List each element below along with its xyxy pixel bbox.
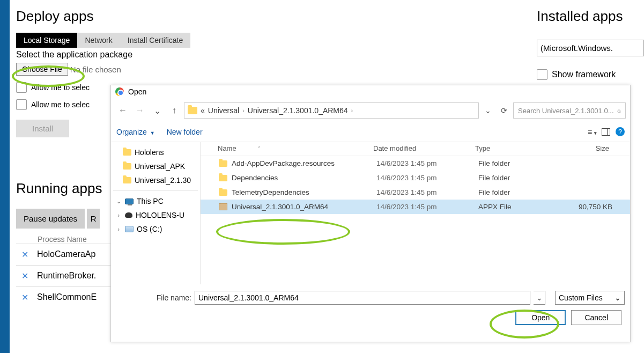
folder-icon [219,175,227,181]
installed-apps-title: Installed apps [537,8,644,25]
preview-pane-button[interactable] [602,128,610,136]
filter-label: Custom Files [559,293,603,302]
back-button[interactable]: ← [115,103,130,118]
sidebar-item-label: This PC [137,197,164,205]
cancel-button[interactable]: Cancel [571,310,621,325]
refresh-button[interactable]: R [87,209,100,229]
file-open-dialog: Open ← → ⌄ ↑ « Universal › Universal_2.1… [110,85,631,342]
file-name: TelemetryDependencies [232,188,376,196]
folder-icon [123,149,131,156]
file-size: 90,750 KB [553,203,612,211]
file-date: 14/6/2023 1:45 pm [376,188,478,196]
new-folder-button[interactable]: New folder [167,128,203,136]
file-type: APPX File [478,203,553,211]
organize-button[interactable]: Organize ▼ [116,128,155,136]
nav-sidebar: Hololens Universal_APK Universal_2.1.30 … [111,142,201,284]
sidebar-item-label: OS (C:) [137,225,162,233]
no-file-chosen-label: No file chosen [70,65,121,74]
sidebar-item-label: Universal_APK [135,162,185,171]
tab-network[interactable]: Network [77,33,120,48]
breadcrumb[interactable]: Universal_2.1.3001.0_ARM64 [248,106,348,115]
file-date: 14/6/2023 1:45 pm [376,174,478,182]
pause-updates-button[interactable]: Pause updates [16,209,85,229]
recent-locations-button[interactable]: ⌄ [150,103,165,118]
allow-checkbox-1[interactable] [16,82,27,93]
show-framework-checkbox[interactable] [537,69,547,80]
sidebar-item-os-c[interactable]: › OS (C:) [113,222,198,236]
process-name: ShellCommonE [37,292,97,302]
folder-icon [219,160,227,167]
install-button[interactable]: Install [16,120,69,137]
file-name-label: File name: [116,293,191,302]
sidebar-item-label: Hololens [135,148,164,157]
file-row-selected[interactable]: Universal_2.1.3001.0_ARM64 14/6/2023 1:4… [201,200,630,214]
close-process-icon[interactable]: ✕ [19,271,31,281]
deploy-apps-title: Deploy apps [16,8,520,25]
chevron-down-icon[interactable]: ⌄ [115,198,122,205]
file-date: 14/6/2023 1:45 pm [376,159,478,167]
col-size[interactable]: Size [550,144,609,152]
address-history-button[interactable]: ⌄ [481,106,495,115]
col-type[interactable]: Type [475,144,550,152]
file-type: File folder [478,174,553,182]
chevron-right-icon: › [242,107,245,114]
chevron-right-icon[interactable]: › [115,226,122,232]
file-type-filter[interactable]: Custom Files ⌄ [555,291,625,305]
tab-local-storage[interactable]: Local Storage [16,33,77,48]
chevron-right-icon[interactable]: › [115,212,122,218]
open-button[interactable]: Open [515,310,566,325]
sidebar-item-universal-apk[interactable]: Universal_APK [113,159,198,173]
folder-icon [219,189,227,196]
folder-icon [188,107,197,114]
view-mode-button[interactable]: ≡ ▾ [588,128,596,136]
left-accent-bar [0,0,10,353]
col-date[interactable]: Date modified [373,144,475,152]
file-name: Universal_2.1.3001.0_ARM64 [232,203,376,211]
sidebar-item-universal-21[interactable]: Universal_2.1.30 [113,173,198,187]
choose-file-button[interactable]: Choose File [16,63,68,76]
pc-icon [125,198,134,204]
file-type: File folder [478,159,553,167]
sidebar-item-this-pc[interactable]: ⌄ This PC [113,194,198,208]
breadcrumb[interactable]: Universal [208,106,239,115]
file-row[interactable]: Add-AppDevPackage.resources 14/6/2023 1:… [201,156,630,171]
refresh-icon[interactable]: ⟳ [497,106,511,115]
close-process-icon[interactable]: ✕ [19,249,31,260]
chevron-right-icon: › [351,107,353,114]
file-row[interactable]: TelemetryDependencies 14/6/2023 1:45 pm … [201,185,630,200]
crumb-prefix: « [201,106,205,115]
file-type: File folder [478,188,553,196]
help-icon[interactable]: ? [616,127,625,136]
tab-install-certificate[interactable]: Install Certificate [120,33,190,48]
search-placeholder: Search Universal_2.1.3001.0... [518,107,614,115]
sidebar-item-hololens[interactable]: Hololens [113,145,198,159]
allow-label-1: Allow me to selec [31,83,90,92]
headset-icon [125,212,132,218]
allow-checkbox-2[interactable] [16,99,27,110]
deploy-tabs: Local Storage Network Install Certificat… [16,33,520,48]
search-input[interactable]: Search Universal_2.1.3001.0... ⌕ [513,102,626,119]
file-name: Dependencies [232,174,376,182]
file-list-header[interactable]: Name˄ Date modified Type Size [201,142,630,156]
installed-apps-select[interactable]: (Microsoft.Windows. [537,40,644,56]
sidebar-divider [113,190,198,191]
chrome-icon [115,87,124,96]
address-bar[interactable]: « Universal › Universal_2.1.3001.0_ARM64… [184,102,479,119]
file-list: Name˄ Date modified Type Size Add-AppDev… [201,142,630,284]
close-process-icon[interactable]: ✕ [19,292,31,303]
forward-button[interactable]: → [132,103,147,118]
package-icon [219,203,227,210]
file-name-history-button[interactable]: ⌄ [534,291,545,305]
chevron-down-icon: ⌄ [615,293,621,302]
process-name: HoloCameraAp [37,249,95,259]
up-button[interactable]: ↑ [167,103,182,118]
sort-asc-icon: ˄ [258,146,261,151]
folder-icon [123,163,131,170]
drive-icon [125,226,134,232]
file-row[interactable]: Dependencies 14/6/2023 1:45 pm File fold… [201,171,630,185]
sidebar-item-hololens-u[interactable]: › HOLOLENS-U [113,208,198,222]
select-package-label: Select the application package [16,50,520,60]
file-name-input[interactable] [195,291,530,305]
search-icon: ⌕ [617,107,621,114]
col-name[interactable]: Name [218,144,236,152]
